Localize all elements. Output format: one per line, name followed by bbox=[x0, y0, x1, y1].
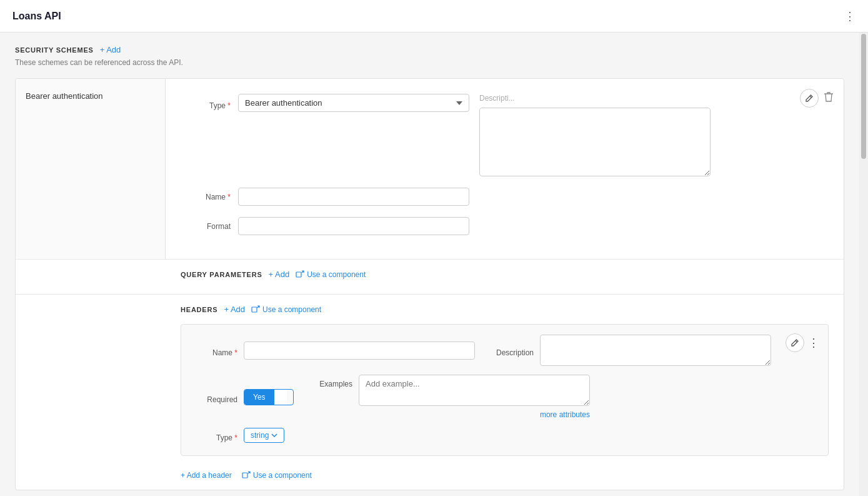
name-field-row: Name * Bearer authentication bbox=[181, 188, 829, 206]
examples-field: Examples more attributes bbox=[309, 375, 590, 419]
query-params-section: QUERY PARAMETERS + Add Use a component bbox=[16, 259, 844, 294]
scheme-sidebar-name: Bearer authentication bbox=[26, 91, 103, 101]
main-content: SECURITY SCHEMES + Add These schemes can… bbox=[0, 33, 868, 496]
edit-icon bbox=[805, 94, 814, 103]
use-component-query-button[interactable]: Use a component bbox=[296, 270, 366, 279]
scheme-fields: Type * Bearer authentication API Key OAu… bbox=[166, 79, 844, 259]
type-label: Type * bbox=[181, 96, 231, 110]
svg-line-3 bbox=[796, 341, 797, 343]
app-title: Loans API bbox=[12, 11, 61, 22]
required-toggle[interactable]: Yes bbox=[244, 389, 294, 405]
header-description-textarea[interactable] bbox=[540, 335, 771, 366]
type-select[interactable]: Bearer authentication API Key OAuth2 Ope… bbox=[238, 94, 469, 112]
add-header-row: + Add a header Use a component bbox=[181, 463, 829, 480]
more-attributes-button[interactable]: more attributes bbox=[540, 410, 590, 419]
format-label: Format bbox=[181, 217, 231, 231]
headers-title: HEADERS bbox=[181, 306, 217, 313]
component-icon bbox=[296, 270, 304, 279]
security-schemes-title: SECURITY SCHEMES bbox=[15, 46, 94, 54]
type-chevron-icon bbox=[271, 433, 277, 437]
scheme-sidebar: Bearer authentication bbox=[16, 79, 166, 259]
header-description-field: Description bbox=[490, 335, 771, 366]
header-type-label: Type * bbox=[194, 428, 237, 442]
svg-rect-4 bbox=[242, 473, 247, 478]
component-icon-2 bbox=[251, 305, 260, 314]
add-query-param-button[interactable]: + Add bbox=[269, 270, 290, 279]
security-schemes-subtitle: These schemes can be referenced across t… bbox=[15, 58, 844, 67]
svg-rect-2 bbox=[252, 307, 257, 312]
description-textarea[interactable] bbox=[479, 108, 711, 176]
svg-line-0 bbox=[810, 96, 812, 98]
format-input[interactable] bbox=[238, 217, 469, 235]
header-type-field: Type * string bbox=[194, 428, 816, 443]
scheme-actions bbox=[800, 89, 834, 108]
header-edit-icon bbox=[791, 338, 799, 347]
authorization-input[interactable]: Authorization bbox=[244, 342, 475, 360]
app-header: Loans API ⋮ bbox=[0, 0, 868, 33]
examples-input[interactable] bbox=[359, 375, 590, 406]
header-row-card: ⋮ Name * Authorization Description bbox=[181, 324, 829, 456]
query-params-title: QUERY PARAMETERS bbox=[181, 271, 262, 278]
headers-section: HEADERS + Add Use a component bbox=[16, 294, 844, 490]
use-component-bottom-button[interactable]: Use a component bbox=[242, 471, 312, 480]
menu-icon[interactable]: ⋮ bbox=[844, 9, 856, 23]
scheme-edit-button[interactable] bbox=[800, 89, 819, 108]
header-name-field: Name * Authorization bbox=[194, 335, 475, 366]
header-row-actions: ⋮ bbox=[786, 333, 819, 352]
description-placeholder-label: Descripti... bbox=[479, 94, 711, 103]
header-name-label: Name * bbox=[194, 343, 237, 357]
add-security-scheme-button[interactable]: + Add bbox=[100, 45, 121, 54]
component-icon-3 bbox=[242, 471, 251, 480]
security-schemes-header: SECURITY SCHEMES + Add bbox=[15, 45, 844, 54]
security-scheme-card: Bearer authentication bbox=[15, 78, 844, 490]
required-yes-button[interactable]: Yes bbox=[244, 390, 274, 405]
use-component-header-button[interactable]: Use a component bbox=[251, 305, 321, 314]
scrollbar-thumb[interactable] bbox=[861, 34, 866, 159]
required-label: Required bbox=[194, 390, 237, 404]
add-a-header-button[interactable]: + Add a header bbox=[181, 471, 232, 480]
svg-rect-1 bbox=[296, 272, 301, 277]
scrollbar-track[interactable] bbox=[859, 33, 868, 496]
required-field: Required Yes bbox=[194, 375, 294, 419]
required-no-button[interactable] bbox=[274, 390, 287, 405]
format-field-row: Format bbox=[181, 217, 829, 235]
add-header-button[interactable]: + Add bbox=[224, 305, 245, 314]
scheme-delete-button[interactable] bbox=[824, 91, 834, 105]
header-more-button[interactable]: ⋮ bbox=[808, 337, 819, 348]
headers-section-header: HEADERS + Add Use a component bbox=[181, 305, 829, 314]
header-description-label: Description bbox=[490, 343, 534, 357]
query-params-header: QUERY PARAMETERS + Add Use a component bbox=[181, 270, 829, 279]
examples-label: Examples bbox=[309, 375, 352, 388]
delete-icon bbox=[824, 91, 834, 103]
name-input[interactable]: Bearer authentication bbox=[238, 188, 469, 206]
type-badge[interactable]: string bbox=[244, 428, 284, 443]
header-edit-button[interactable] bbox=[786, 333, 804, 352]
name-label: Name * bbox=[181, 188, 231, 201]
